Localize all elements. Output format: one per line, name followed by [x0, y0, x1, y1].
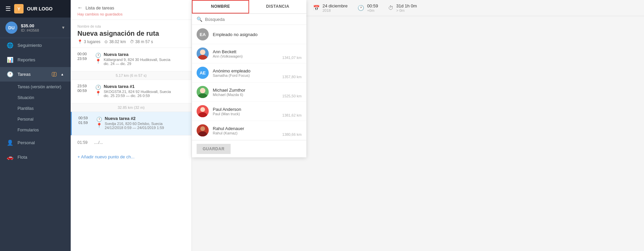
unsaved-note: Hay cambios no guardados: [77, 12, 185, 16]
route-name: Nueva asignación de ruta: [77, 30, 185, 37]
add-task-button[interactable]: + Añadir nuevo punto de ch...: [71, 150, 192, 164]
task-body: Nueva tarea #1 SKOGSTA 21, 824 92 Hudiks…: [104, 84, 185, 98]
sidebar-item-tareas-anterior[interactable]: Tareas (versión anterior): [0, 82, 71, 92]
logo-text: OUR LOGO: [27, 6, 53, 11]
task-title: Nueva tarea #1: [104, 84, 185, 89]
expand-arrow-icon: ▲: [61, 72, 64, 76]
clock-task-icon: 🕐: [95, 85, 101, 90]
task-separator: 5.17 km (6 m 57 s): [71, 71, 192, 80]
location-task-icon: 📍: [95, 59, 101, 64]
tab-nombre[interactable]: NOMBRE: [192, 0, 249, 13]
task-times: 00:59 01:59: [78, 116, 94, 125]
task-panel-header: ← Lista de tareas Hay cambios no guardad…: [71, 0, 192, 20]
dropdown-footer: GUARDAR: [192, 140, 306, 157]
chart-icon: 📊: [7, 57, 13, 63]
employee-sub: Michael (Mazda 6): [213, 93, 278, 97]
list-item[interactable]: EA Empleado no asignado: [192, 25, 306, 44]
employee-name: Paul Anderson: [213, 107, 278, 112]
task-start-time: 00:59: [78, 116, 94, 120]
hamburger-icon[interactable]: ☰: [5, 5, 11, 12]
logo-badge: Y: [14, 4, 24, 13]
list-item[interactable]: Paul Anderson Paul (Man truck) 1381,62 k…: [192, 102, 306, 121]
avatar: [197, 124, 209, 136]
back-label: Lista de tareas: [86, 5, 114, 10]
employee-list: EA Empleado no asignado Ann Beckett Ann …: [192, 25, 306, 140]
task-start-time: 00:00: [77, 52, 93, 56]
sidebar-item-plantillas[interactable]: Plantillas: [0, 103, 71, 114]
search-input[interactable]: [205, 17, 302, 22]
sidebar-item-situacion[interactable]: Situación: [0, 92, 71, 103]
date-year: 2018: [323, 8, 347, 12]
sidebar-item-personal[interactable]: Personal: [0, 114, 71, 125]
add-task-label: + Añadir nuevo punto de ch...: [77, 154, 135, 159]
search-icon: 🔍: [197, 17, 202, 22]
sidebar: ☰ Y OUR LOGO DU $35.00 ID: #43568 ▼ 🌐 Se…: [0, 0, 71, 251]
time-detail: 00:59 +0m: [367, 3, 378, 12]
list-item[interactable]: Ann Beckett Ann (Volkswagen) 1341,07 km: [192, 44, 306, 63]
employee-sub: Ann (Volkswagen): [213, 54, 278, 58]
svg-point-6: [200, 126, 205, 131]
task-title: Nueva tarea #2: [105, 116, 185, 121]
employee-name: Empleado no asignado: [213, 32, 302, 37]
route-km: ⊙ 38.02 km: [104, 39, 126, 44]
task-times: 23:59 00:59: [77, 84, 93, 93]
route-section: Nombre de ruta Nueva asignación de ruta …: [71, 20, 192, 48]
employee-info: Paul Anderson Paul (Man truck): [213, 107, 278, 116]
avatar: [197, 86, 209, 98]
date-value: 24 diciembre: [323, 3, 347, 8]
list-item[interactable]: Michael Zumthor Michael (Mazda 6) 1525,5…: [192, 83, 306, 102]
svg-point-7: [198, 131, 207, 136]
task-address: Svedja 216, 820 60 Delsbo, Suecia: [105, 122, 185, 126]
duration-detail: 31d 1h 0m > 0m: [396, 3, 417, 12]
sidebar-item-personal-nav[interactable]: 👤 Personal: [0, 135, 71, 150]
svg-point-1: [198, 55, 207, 60]
user-id: ID: #43568: [21, 28, 58, 32]
sidebar-item-formularios[interactable]: Formularios: [0, 125, 71, 135]
user-section[interactable]: DU $35.00 ID: #43568 ▼: [0, 18, 71, 38]
duration-info: ⏱ 31d 1h 0m > 0m: [388, 3, 417, 12]
sidebar-item-seguimiento[interactable]: 🌐 Seguimiento: [0, 38, 71, 53]
user-balance: $35.00: [21, 23, 58, 28]
employee-distance: 1357,80 km: [282, 75, 302, 79]
guardar-button[interactable]: GUARDAR: [197, 144, 231, 154]
sidebar-item-flota[interactable]: 🚗 Flota: [0, 150, 71, 164]
places-value: 3 lugares: [84, 39, 100, 44]
svg-point-2: [200, 88, 205, 93]
timer-icon: ⏱: [130, 39, 134, 44]
tab-distancia[interactable]: DISTANCIA: [249, 0, 306, 13]
clock-task-icon: 🕐: [96, 117, 102, 122]
task-address: Källargrand 9, 824 30 Hudiksvall, Suecia: [104, 58, 185, 62]
employee-name: Anónimo empleado: [213, 68, 278, 73]
employee-name: Ann Beckett: [213, 49, 278, 54]
user-info: $35.00 ID: #43568: [21, 23, 58, 32]
search-bar: 🔍: [192, 14, 306, 25]
list-item[interactable]: Rahul Adenauer Rahul (Kamaz) 1380,66 km: [192, 121, 306, 140]
time-value: 38 m 57 s: [135, 39, 153, 44]
user-dropdown-arrow[interactable]: ▼: [61, 25, 65, 30]
employee-info: Anónimo empleado Samatha (Ford Focus): [213, 68, 278, 77]
table-row[interactable]: 00:59 01:59 🕐 📍 Nueva tarea #2 Svedja 21…: [71, 112, 192, 135]
sidebar-item-reportes[interactable]: 📊 Reportes: [0, 53, 71, 67]
duration-value: 31d 1h 0m: [396, 3, 417, 8]
task-end-time: 23:59: [77, 57, 93, 61]
avatar: DU: [5, 22, 18, 34]
sidebar-item-tareas[interactable]: 🕐 Tareas β ▲: [0, 67, 71, 82]
task-separator: 32.85 km (32 m): [71, 103, 192, 112]
task-icons: 🕐 📍: [96, 117, 102, 128]
location-icon: 📍: [77, 39, 82, 44]
table-row[interactable]: 00:00 23:59 🕐 📍 Nueva tarea Källargrand …: [71, 48, 192, 71]
person-icon: 👤: [7, 139, 13, 146]
table-row[interactable]: 23:59 00:59 🕐 📍 Nueva tarea #1 SKOGSTA 2…: [71, 80, 192, 103]
avatar: EA: [197, 28, 209, 40]
back-nav[interactable]: ← Lista de tareas: [77, 5, 185, 11]
svg-point-0: [200, 50, 205, 55]
route-label: Nombre de ruta: [77, 25, 185, 28]
employee-name: Michael Zumthor: [213, 88, 278, 93]
km-value: 38.02 km: [109, 39, 126, 44]
route-places: 📍 3 lugares: [77, 39, 100, 44]
task-date: 24/12/2018 0:59 — 24/01/2019 1:59: [105, 126, 185, 130]
list-item[interactable]: AE Anónimo empleado Samatha (Ford Focus)…: [192, 63, 306, 83]
svg-point-5: [198, 112, 207, 117]
date-detail: 24 diciembre 2018: [323, 3, 347, 12]
sidebar-item-label: Tareas: [18, 72, 48, 77]
